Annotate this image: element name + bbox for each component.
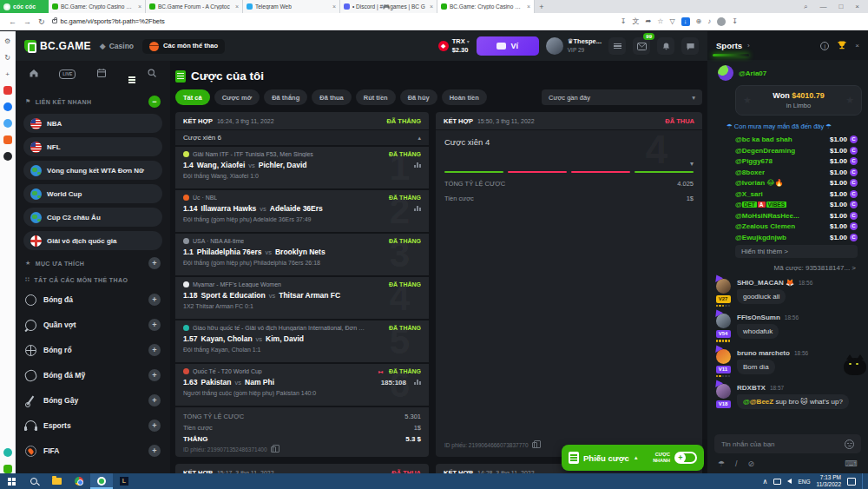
- volume-icon[interactable]: [787, 479, 792, 484]
- avatar[interactable]: [716, 349, 731, 364]
- user-profile[interactable]: ♛Thespe...VIP 29: [546, 37, 602, 55]
- browser-tab-active[interactable]: BC.Game: Crypto Casino Gan×: [437, 0, 535, 13]
- gif-disabled-icon[interactable]: ⊘: [748, 459, 755, 468]
- copy-icon[interactable]: [532, 442, 537, 448]
- chat-toggle-icon[interactable]: [681, 37, 699, 55]
- rain-recipient[interactable]: @Ivorian 😂🔥$1.00C: [735, 179, 858, 187]
- betslip-button[interactable]: Phiếu cược ▲ CƯỢC NHANH: [562, 445, 704, 471]
- sidebar-sport-fifa[interactable]: FIFA+: [23, 440, 162, 461]
- browser-tab[interactable]: • Discord | #🎮games | BC G×: [340, 0, 437, 13]
- bet-card-header[interactable]: KẾT HỢP15:17, 3 thg 11, 2022ĐÃ THUA: [175, 464, 429, 473]
- coccoc-taskbar-icon[interactable]: [90, 473, 113, 489]
- stats-icon[interactable]: [414, 206, 421, 211]
- bell-icon[interactable]: [657, 37, 674, 55]
- start-button[interactable]: [0, 473, 23, 489]
- rain-recipient[interactable]: @Piggy678$1.00C: [735, 157, 858, 165]
- downloads-icon[interactable]: ↧: [732, 17, 738, 25]
- facebook-icon[interactable]: [3, 102, 12, 111]
- expand-icon[interactable]: +: [148, 420, 161, 432]
- gear-icon[interactable]: ⚙: [3, 36, 12, 45]
- expand-icon[interactable]: +: [148, 394, 161, 406]
- filter-open[interactable]: Cược mở: [214, 89, 260, 105]
- avatar[interactable]: [716, 314, 731, 328]
- filter-lost[interactable]: Đã thua: [312, 89, 352, 105]
- tab-search-icon[interactable]: ⌕: [804, 3, 807, 11]
- youtube-icon[interactable]: [3, 86, 12, 95]
- close-tab-icon[interactable]: ×: [527, 3, 530, 10]
- filter-won[interactable]: Đã thắng: [264, 89, 307, 105]
- filter-refund[interactable]: Hoàn tiền: [442, 89, 487, 105]
- sort-dropdown[interactable]: Cược gần đây▾: [542, 89, 702, 105]
- quick-bet-toggle[interactable]: [674, 452, 697, 464]
- live-icon[interactable]: LIVE: [59, 69, 76, 79]
- sidebar-item-wta[interactable]: Vòng chung kết WTA Đơn Nữ: [23, 161, 162, 180]
- sidebar-app-icon[interactable]: [3, 448, 12, 457]
- close-tab-icon[interactable]: ×: [332, 3, 336, 10]
- expand-icon[interactable]: +: [148, 294, 161, 306]
- rain-recipient[interactable]: @MoHsiNRasHee...$1.00C: [735, 212, 858, 220]
- browser-tab[interactable]: BC.Game: Crypto Casino Gam×: [49, 0, 146, 13]
- rain-feature-icon[interactable]: ☂: [718, 459, 725, 468]
- user-mention[interactable]: @@BeeZ: [743, 398, 773, 406]
- add-shortcut-icon[interactable]: +: [3, 69, 12, 78]
- rain-recipient[interactable]: @DETAVIBES$1.00C: [735, 201, 858, 208]
- history-icon[interactable]: ↻: [3, 53, 12, 62]
- url-field[interactable]: bc.game/vi/sports?bt-path=%2Fbets: [52, 17, 165, 25]
- media-icon[interactable]: ♪: [707, 17, 711, 25]
- copy-icon[interactable]: [271, 446, 276, 453]
- avatar[interactable]: [716, 384, 731, 399]
- sidebar-item-nfl[interactable]: NFL: [23, 137, 162, 156]
- rain-recipient[interactable]: @bc ka bad shah$1.00C: [735, 135, 858, 143]
- coccoc-brand[interactable]: cốc cốc: [0, 0, 49, 13]
- idm-extension-icon[interactable]: ↓: [681, 17, 690, 26]
- sidebar-sport-football[interactable]: Bóng đá+: [23, 289, 162, 310]
- file-explorer-icon[interactable]: [45, 473, 68, 489]
- sidebar-sport-cricket[interactable]: Bóng Gậy+: [23, 390, 162, 411]
- tiktok-icon[interactable]: [3, 152, 12, 161]
- emoji-icon[interactable]: [845, 439, 854, 449]
- new-tab-button[interactable]: +: [535, 0, 549, 13]
- close-tab-icon[interactable]: ×: [430, 3, 433, 10]
- bet-name-row[interactable]: Cược xiên 6▴: [175, 130, 429, 145]
- filter-cashout[interactable]: Rút tiền: [356, 89, 396, 105]
- sidebar-sport-basketball[interactable]: Bóng rổ+: [23, 340, 162, 360]
- share-icon[interactable]: ➦: [646, 17, 652, 25]
- stats-icon[interactable]: [414, 162, 421, 168]
- info-icon[interactable]: i: [820, 42, 829, 50]
- slash-command-icon[interactable]: /: [735, 459, 738, 468]
- adblock-shield-icon[interactable]: ▽: [669, 17, 674, 25]
- show-desktop-button[interactable]: [862, 473, 865, 489]
- show-more-button[interactable]: Hiển thị thêm >: [735, 245, 858, 258]
- forward-icon[interactable]: →: [23, 17, 31, 26]
- sidebar-item-national[interactable]: Giải vô địch quốc gia: [23, 231, 162, 250]
- nav-casino[interactable]: ◆Casino: [100, 42, 134, 50]
- rain-recipient[interactable]: @Zealous Clemen$1.00C: [735, 222, 858, 230]
- filter-all[interactable]: Tất cả: [175, 89, 210, 105]
- reload-icon[interactable]: ↻: [38, 17, 45, 26]
- language-indicator[interactable]: ENG: [798, 479, 810, 485]
- sidebar-sport-tennis[interactable]: Quần vợt+: [23, 314, 162, 335]
- mail-icon[interactable]: 99: [633, 37, 650, 55]
- action-center-icon[interactable]: [847, 478, 856, 486]
- close-tab-icon[interactable]: ×: [235, 3, 239, 10]
- shopee-icon[interactable]: [3, 135, 12, 144]
- filter-cancelled[interactable]: Đã hủy: [400, 89, 437, 105]
- expand-icon[interactable]: ▾: [690, 160, 694, 168]
- nav-sports[interactable]: Các môn thể thao: [142, 39, 225, 54]
- bcgame-logo[interactable]: BC.GAME: [24, 40, 91, 52]
- messenger-icon[interactable]: [3, 119, 12, 128]
- rain-recipient[interactable]: @X_sari$1.00C: [735, 190, 858, 198]
- chat-channel[interactable]: Sports: [716, 41, 742, 50]
- sidebar-sport-esports[interactable]: Esports+: [23, 415, 162, 436]
- network-icon[interactable]: [773, 479, 781, 485]
- sidebar-item-nba[interactable]: NBA: [23, 114, 162, 133]
- avatar[interactable]: [716, 279, 731, 294]
- expand-icon[interactable]: +: [148, 344, 161, 356]
- expand-icon[interactable]: +: [148, 319, 161, 331]
- maximize-icon[interactable]: □: [838, 3, 843, 10]
- stats-icon[interactable]: [414, 380, 421, 385]
- chat-input[interactable]: [721, 440, 845, 448]
- close-icon[interactable]: ×: [855, 42, 859, 50]
- search-icon[interactable]: [147, 68, 157, 80]
- home-icon[interactable]: [29, 68, 39, 80]
